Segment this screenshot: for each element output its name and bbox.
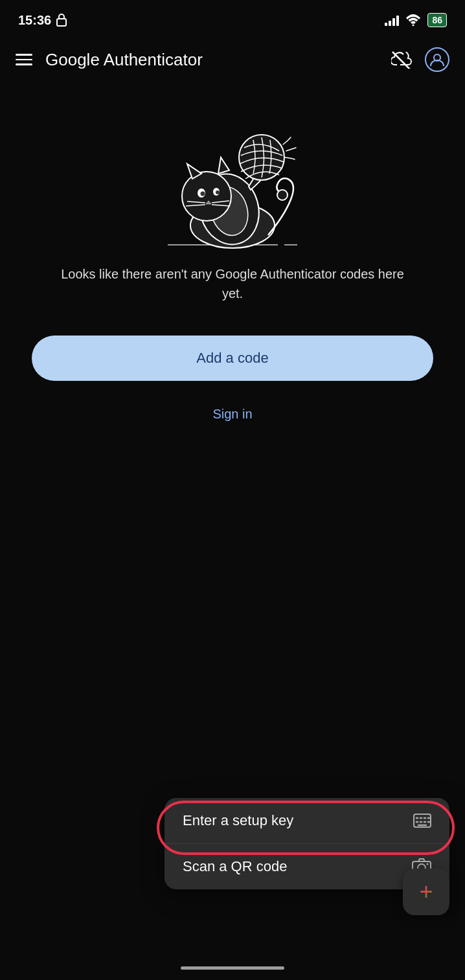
- time-display: 15:36: [18, 13, 51, 28]
- lock-icon: [56, 14, 67, 27]
- sign-in-button[interactable]: Sign in: [206, 400, 258, 428]
- enter-setup-key-label: Enter a setup key: [183, 812, 293, 829]
- svg-point-12: [201, 192, 205, 196]
- authenticator-text: Authenticator: [100, 50, 203, 69]
- svg-rect-0: [57, 19, 66, 26]
- status-bar: 15:36 86: [0, 0, 465, 36]
- battery-indicator: 86: [427, 13, 447, 27]
- scan-qr-code-label: Scan a QR code: [183, 858, 287, 875]
- svg-point-14: [216, 190, 220, 194]
- main-content: Looks like there aren't any Google Authe…: [0, 83, 465, 428]
- svg-marker-10: [218, 157, 229, 174]
- app-bar-right: [391, 47, 449, 72]
- app-bar-left: Google Authenticator: [16, 50, 203, 70]
- google-brand-text: Google: [45, 50, 100, 69]
- home-indicator: [181, 966, 284, 970]
- fab-add-button[interactable]: +: [403, 869, 449, 915]
- battery-level: 86: [432, 15, 442, 25]
- app-bar: Google Authenticator: [0, 36, 465, 83]
- fab-plus-icon: +: [419, 878, 433, 906]
- add-code-button[interactable]: Add a code: [32, 336, 433, 381]
- enter-setup-key-item[interactable]: Enter a setup key: [164, 798, 449, 844]
- hamburger-menu-button[interactable]: [16, 54, 32, 65]
- svg-point-20: [277, 190, 288, 200]
- empty-state-message: Looks like there aren't any Google Authe…: [58, 264, 407, 303]
- app-title: Google Authenticator: [45, 50, 203, 70]
- keyboard-icon: [413, 814, 431, 828]
- signal-bars-icon: [385, 14, 399, 26]
- status-time: 15:36: [18, 13, 67, 28]
- svg-point-1: [413, 25, 414, 27]
- svg-point-34: [427, 863, 429, 865]
- wifi-icon: [405, 14, 421, 26]
- account-avatar-button[interactable]: [425, 47, 449, 72]
- cat-illustration: [148, 109, 317, 264]
- svg-point-8: [182, 172, 231, 221]
- status-icons: 86: [385, 13, 447, 27]
- cloud-off-icon[interactable]: [391, 51, 412, 69]
